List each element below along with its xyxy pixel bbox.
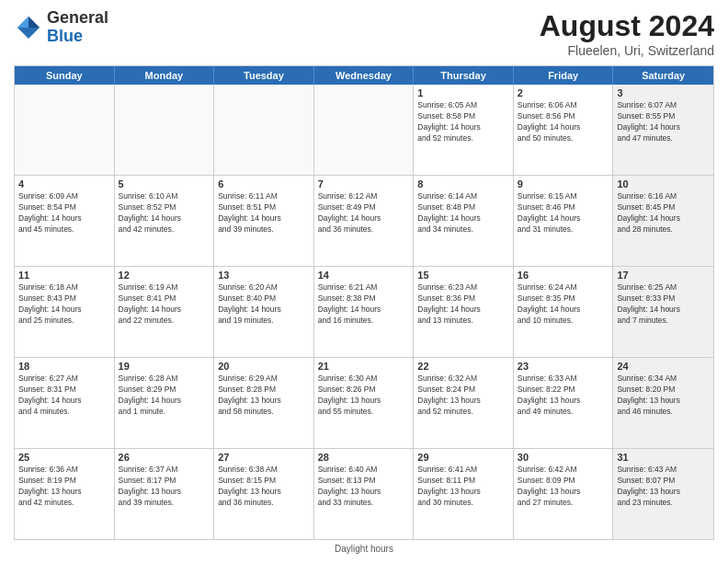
day-cell-28: 28Sunrise: 6:40 AM Sunset: 8:13 PM Dayli… (314, 449, 415, 539)
header-day-monday: Monday (115, 66, 215, 85)
day-cell-18: 18Sunrise: 6:27 AM Sunset: 8:31 PM Dayli… (15, 358, 115, 448)
day-info: Sunrise: 6:20 AM Sunset: 8:40 PM Dayligh… (218, 282, 310, 327)
day-number: 12 (119, 270, 210, 281)
day-info: Sunrise: 6:11 AM Sunset: 8:51 PM Dayligh… (218, 191, 310, 236)
day-number: 29 (417, 452, 509, 463)
day-cell-8: 8Sunrise: 6:14 AM Sunset: 8:48 PM Daylig… (414, 176, 514, 266)
day-cell-6: 6Sunrise: 6:11 AM Sunset: 8:51 PM Daylig… (214, 176, 314, 266)
calendar-header: SundayMondayTuesdayWednesdayThursdayFrid… (15, 66, 713, 85)
calendar-row-4: 25Sunrise: 6:36 AM Sunset: 8:19 PM Dayli… (15, 448, 713, 539)
day-info: Sunrise: 6:41 AM Sunset: 8:11 PM Dayligh… (417, 465, 509, 509)
page: General Blue August 2024 Flueelen, Uri, … (0, 0, 728, 563)
day-cell-30: 30Sunrise: 6:42 AM Sunset: 8:09 PM Dayli… (514, 449, 614, 539)
day-info: Sunrise: 6:38 AM Sunset: 8:15 PM Dayligh… (218, 465, 310, 509)
footer: Daylight hours (14, 544, 714, 554)
day-cell-7: 7Sunrise: 6:12 AM Sunset: 8:49 PM Daylig… (314, 176, 415, 266)
day-number: 5 (119, 178, 210, 190)
day-cell-27: 27Sunrise: 6:38 AM Sunset: 8:15 PM Dayli… (214, 449, 314, 539)
day-number: 11 (18, 270, 110, 281)
header: General Blue August 2024 Flueelen, Uri, … (14, 9, 714, 58)
day-info: Sunrise: 6:06 AM Sunset: 8:56 PM Dayligh… (518, 100, 609, 144)
day-number: 28 (318, 452, 410, 463)
day-number: 27 (218, 452, 310, 463)
day-cell-13: 13Sunrise: 6:20 AM Sunset: 8:40 PM Dayli… (214, 267, 314, 357)
empty-cell-0-3 (314, 85, 415, 175)
day-number: 2 (518, 87, 609, 98)
day-cell-17: 17Sunrise: 6:25 AM Sunset: 8:33 PM Dayli… (613, 267, 713, 357)
day-info: Sunrise: 6:05 AM Sunset: 8:58 PM Dayligh… (417, 100, 509, 144)
day-info: Sunrise: 6:43 AM Sunset: 8:07 PM Dayligh… (617, 465, 710, 509)
day-info: Sunrise: 6:16 AM Sunset: 8:45 PM Dayligh… (617, 191, 710, 236)
day-info: Sunrise: 6:27 AM Sunset: 8:31 PM Dayligh… (18, 373, 110, 418)
day-cell-22: 22Sunrise: 6:32 AM Sunset: 8:24 PM Dayli… (414, 358, 514, 448)
day-number: 25 (18, 452, 110, 463)
day-info: Sunrise: 6:37 AM Sunset: 8:17 PM Dayligh… (119, 465, 210, 509)
day-info: Sunrise: 6:14 AM Sunset: 8:48 PM Dayligh… (417, 191, 509, 236)
empty-cell-0-0 (15, 85, 115, 175)
day-cell-20: 20Sunrise: 6:29 AM Sunset: 8:28 PM Dayli… (214, 358, 314, 448)
day-cell-9: 9Sunrise: 6:15 AM Sunset: 8:46 PM Daylig… (514, 176, 614, 266)
day-info: Sunrise: 6:34 AM Sunset: 8:20 PM Dayligh… (617, 373, 710, 418)
day-number: 15 (417, 270, 509, 281)
day-number: 14 (318, 270, 410, 281)
day-cell-23: 23Sunrise: 6:33 AM Sunset: 8:22 PM Dayli… (514, 358, 614, 448)
day-cell-10: 10Sunrise: 6:16 AM Sunset: 8:45 PM Dayli… (613, 176, 713, 266)
day-number: 9 (518, 178, 609, 190)
day-cell-3: 3Sunrise: 6:07 AM Sunset: 8:55 PM Daylig… (613, 85, 713, 175)
header-day-sunday: Sunday (15, 66, 115, 85)
day-info: Sunrise: 6:07 AM Sunset: 8:55 PM Dayligh… (617, 100, 710, 144)
calendar-row-0: 1Sunrise: 6:05 AM Sunset: 8:58 PM Daylig… (15, 85, 713, 175)
logo-blue: Blue (47, 28, 108, 46)
day-info: Sunrise: 6:29 AM Sunset: 8:28 PM Dayligh… (218, 373, 310, 418)
day-number: 21 (318, 361, 410, 372)
day-cell-12: 12Sunrise: 6:19 AM Sunset: 8:41 PM Dayli… (115, 267, 215, 357)
day-cell-29: 29Sunrise: 6:41 AM Sunset: 8:11 PM Dayli… (414, 449, 514, 539)
day-number: 17 (617, 270, 710, 281)
day-number: 24 (617, 361, 710, 372)
logo: General Blue (14, 9, 108, 46)
day-info: Sunrise: 6:42 AM Sunset: 8:09 PM Dayligh… (518, 465, 609, 509)
day-number: 13 (218, 270, 310, 281)
calendar: SundayMondayTuesdayWednesdayThursdayFrid… (14, 65, 714, 540)
day-number: 20 (218, 361, 310, 372)
header-day-tuesday: Tuesday (214, 66, 314, 85)
title-location: Flueelen, Uri, Switzerland (540, 43, 714, 58)
day-cell-15: 15Sunrise: 6:23 AM Sunset: 8:36 PM Dayli… (414, 267, 514, 357)
day-info: Sunrise: 6:28 AM Sunset: 8:29 PM Dayligh… (119, 373, 210, 418)
calendar-body: 1Sunrise: 6:05 AM Sunset: 8:58 PM Daylig… (15, 85, 713, 539)
header-day-wednesday: Wednesday (314, 66, 415, 85)
day-cell-2: 2Sunrise: 6:06 AM Sunset: 8:56 PM Daylig… (514, 85, 614, 175)
day-cell-25: 25Sunrise: 6:36 AM Sunset: 8:19 PM Dayli… (15, 449, 115, 539)
day-info: Sunrise: 6:21 AM Sunset: 8:38 PM Dayligh… (318, 282, 410, 327)
footer-text: Daylight hours (335, 544, 393, 554)
day-info: Sunrise: 6:23 AM Sunset: 8:36 PM Dayligh… (417, 282, 509, 327)
day-info: Sunrise: 6:33 AM Sunset: 8:22 PM Dayligh… (518, 373, 609, 418)
day-number: 6 (218, 178, 310, 190)
day-info: Sunrise: 6:18 AM Sunset: 8:43 PM Dayligh… (18, 282, 110, 327)
calendar-row-1: 4Sunrise: 6:09 AM Sunset: 8:54 PM Daylig… (15, 175, 713, 266)
day-number: 19 (119, 361, 210, 372)
header-day-saturday: Saturday (613, 66, 713, 85)
day-number: 7 (318, 178, 410, 190)
logo-icon (14, 13, 43, 42)
day-info: Sunrise: 6:12 AM Sunset: 8:49 PM Dayligh… (318, 191, 410, 236)
day-number: 26 (119, 452, 210, 463)
day-cell-5: 5Sunrise: 6:10 AM Sunset: 8:52 PM Daylig… (115, 176, 215, 266)
day-cell-16: 16Sunrise: 6:24 AM Sunset: 8:35 PM Dayli… (514, 267, 614, 357)
day-number: 8 (417, 178, 509, 190)
day-info: Sunrise: 6:32 AM Sunset: 8:24 PM Dayligh… (417, 373, 509, 418)
title-block: August 2024 Flueelen, Uri, Switzerland (540, 9, 714, 58)
day-number: 4 (18, 178, 110, 190)
day-info: Sunrise: 6:30 AM Sunset: 8:26 PM Dayligh… (318, 373, 410, 418)
day-cell-19: 19Sunrise: 6:28 AM Sunset: 8:29 PM Dayli… (115, 358, 215, 448)
title-month: August 2024 (540, 9, 714, 43)
day-info: Sunrise: 6:24 AM Sunset: 8:35 PM Dayligh… (518, 282, 609, 327)
empty-cell-0-2 (214, 85, 314, 175)
day-cell-24: 24Sunrise: 6:34 AM Sunset: 8:20 PM Dayli… (613, 358, 713, 448)
day-cell-31: 31Sunrise: 6:43 AM Sunset: 8:07 PM Dayli… (613, 449, 713, 539)
day-number: 1 (417, 87, 509, 98)
calendar-row-3: 18Sunrise: 6:27 AM Sunset: 8:31 PM Dayli… (15, 357, 713, 448)
day-number: 16 (518, 270, 609, 281)
day-info: Sunrise: 6:15 AM Sunset: 8:46 PM Dayligh… (518, 191, 609, 236)
day-number: 31 (617, 452, 710, 463)
